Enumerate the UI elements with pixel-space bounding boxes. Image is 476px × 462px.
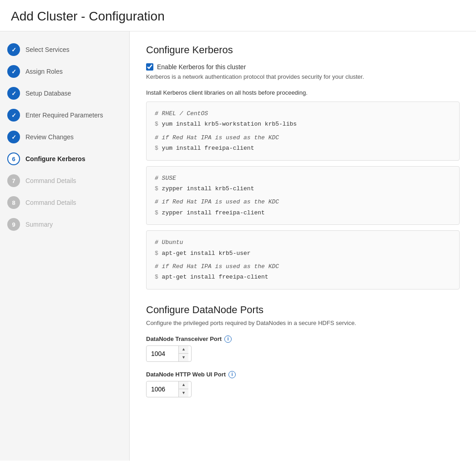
step-icon-command-details-8: 8 [7,196,20,209]
sidebar-item-configure-kerberos[interactable]: 6Configure Kerberos [0,148,129,170]
sidebar-label-review-changes: Review Changes [25,133,74,141]
step-icon-enter-required-parameters: ✓ [7,109,20,122]
sidebar-item-assign-roles[interactable]: ✓Assign Roles [0,61,129,82]
dollar-sign: $ [155,145,162,152]
port-field-http-port: DataNode HTTP Web UI Porti▲▼ [146,371,460,397]
port-label-text-http-port: DataNode HTTP Web UI Port [146,371,226,378]
step-icon-setup-database: ✓ [7,87,20,100]
configure-datanode-section: Configure DataNode Ports Configure the p… [146,304,460,397]
sidebar-item-command-details-7: 7Command Details [0,170,129,192]
code-comment: # Ubuntu [155,237,451,248]
enable-kerberos-checkbox[interactable] [146,63,153,71]
spin-up-http-port[interactable]: ▲ [179,381,188,390]
check-icon: ✓ [11,112,16,119]
step-icon-configure-kerberos: 6 [7,152,20,165]
step-icon-command-details-7: 7 [7,174,20,187]
step-icon-review-changes: ✓ [7,131,20,143]
info-icon-transceiver-port[interactable]: i [224,335,232,343]
code-command: $ apt-get install freeipa-client [155,272,451,282]
enable-kerberos-label[interactable]: Enable Kerberos for this cluster [157,63,246,71]
dollar-sign: $ [155,250,162,257]
sidebar-item-command-details-8: 8Command Details [0,192,129,213]
sidebar-label-command-details-8: Command Details [25,199,76,206]
port-label-transceiver-port: DataNode Transceiver Porti [146,335,460,343]
port-input-http-port[interactable] [147,382,178,396]
command-text: zypper install freeipa-client [162,209,265,216]
code-command: $ yum install freeipa-client [155,143,451,153]
configure-kerberos-title: Configure Kerberos [146,44,460,56]
sidebar-label-select-services: Select Services [25,46,69,53]
dollar-sign: $ [155,209,162,216]
spin-down-transceiver-port[interactable]: ▼ [179,354,188,361]
datanode-description: Configure the privileged ports required … [146,320,460,326]
check-icon: ✓ [11,134,16,141]
code-block-rhel: # RHEL / CentOS$ yum install krb5-workst… [146,102,460,161]
port-input-wrap-transceiver-port: ▲▼ [146,345,192,362]
sidebar-item-enter-required-parameters[interactable]: ✓Enter Required Parameters [0,104,129,126]
spin-down-http-port[interactable]: ▼ [179,389,188,397]
code-blocks-container: # RHEL / CentOS$ yum install krb5-workst… [146,102,460,289]
port-input-wrap-http-port: ▲▼ [146,381,192,397]
datanode-title: Configure DataNode Ports [146,304,460,316]
step-icon-select-services: ✓ [7,43,20,56]
check-icon: ✓ [11,68,16,75]
info-icon-http-port[interactable]: i [228,371,236,378]
code-command: $ zypper install krb5-client [155,183,451,194]
step-icon-assign-roles: ✓ [7,65,20,78]
command-text: apt-get install freeipa-client [162,274,268,280]
sidebar-label-summary: Summary [25,221,53,228]
sidebar-item-setup-database[interactable]: ✓Setup Database [0,82,129,104]
configure-kerberos-section: Configure Kerberos Enable Kerberos for t… [146,44,460,289]
port-label-text-transceiver-port: DataNode Transceiver Port [146,335,222,342]
code-block-suse: # SUSE$ zypper install krb5-client# if R… [146,166,460,225]
command-text: apt-get install krb5-user [162,250,251,257]
code-comment: # SUSE [155,173,451,183]
page-header: Add Cluster - Configuration [0,0,476,31]
command-text: yum install freeipa-client [162,145,254,152]
page-title: Add Cluster - Configuration [11,9,465,24]
main-content: Configure Kerberos Enable Kerberos for t… [130,31,476,461]
dollar-sign: $ [155,274,162,280]
code-comment: # if Red Hat IPA is used as the KDC [155,197,451,207]
command-text: zypper install krb5-client [162,185,254,192]
enable-kerberos-row: Enable Kerberos for this cluster [146,63,460,71]
step-icon-summary: 9 [7,218,20,231]
code-command: $ yum install krb5-workstation krb5-libs [155,119,451,129]
sidebar-item-review-changes[interactable]: ✓Review Changes [0,126,129,148]
sidebar-label-enter-required-parameters: Enter Required Parameters [25,112,103,119]
layout: ✓Select Services✓Assign Roles✓Setup Data… [0,31,476,461]
kerberos-description: Kerberos is a network authentication pro… [146,73,460,80]
sidebar-label-configure-kerberos: Configure Kerberos [25,155,85,162]
code-command: $ zypper install freeipa-client [155,208,451,218]
code-command: $ apt-get install krb5-user [155,248,451,259]
code-comment: # if Red Hat IPA is used as the KDC [155,261,451,272]
port-spinners-http-port: ▲▼ [178,381,188,397]
port-field-transceiver-port: DataNode Transceiver Porti▲▼ [146,335,460,362]
port-input-transceiver-port[interactable] [147,347,178,360]
spin-up-transceiver-port[interactable]: ▲ [179,346,188,354]
dollar-sign: $ [155,185,162,192]
sidebar-item-summary: 9Summary [0,213,129,235]
sidebar-label-assign-roles: Assign Roles [25,68,63,75]
command-text: yum install krb5-workstation krb5-libs [162,121,297,127]
sidebar: ✓Select Services✓Assign Roles✓Setup Data… [0,31,130,461]
code-block-ubuntu: # Ubuntu$ apt-get install krb5-user# if … [146,230,460,289]
code-comment: # RHEL / CentOS [155,108,451,119]
check-icon: ✓ [11,46,16,53]
sidebar-item-select-services[interactable]: ✓Select Services [0,39,129,61]
dollar-sign: $ [155,121,162,127]
install-instruction: Install Kerberos client libraries on all… [146,89,460,96]
check-icon: ✓ [11,90,16,97]
code-comment: # if Red Hat IPA is used as the KDC [155,132,451,143]
sidebar-label-command-details-7: Command Details [25,177,76,184]
port-fields-container: DataNode Transceiver Porti▲▼DataNode HTT… [146,335,460,397]
sidebar-label-setup-database: Setup Database [25,90,71,97]
port-spinners-transceiver-port: ▲▼ [178,346,188,361]
port-label-http-port: DataNode HTTP Web UI Porti [146,371,460,378]
